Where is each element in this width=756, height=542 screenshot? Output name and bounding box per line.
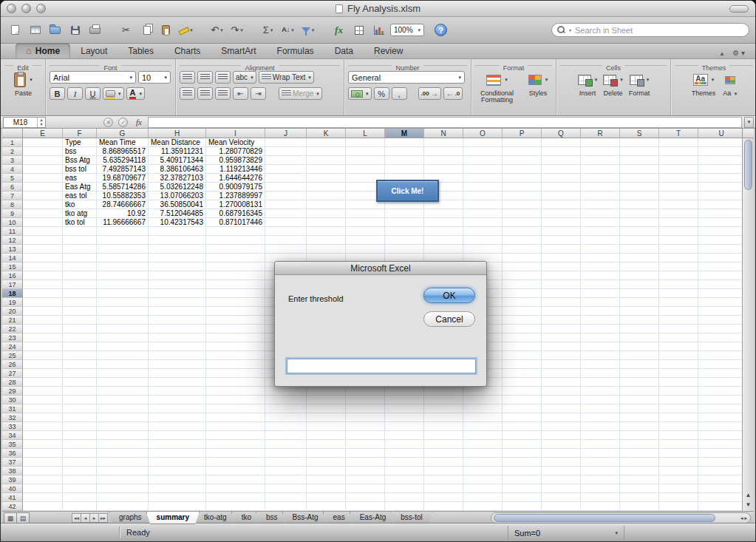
cell-G27[interactable]: [97, 369, 149, 378]
row-header-24[interactable]: 24: [2, 342, 23, 351]
cell-O12[interactable]: [463, 236, 503, 245]
cell-E15[interactable]: [23, 262, 63, 271]
cell-P32[interactable]: [503, 413, 542, 422]
row-header-2[interactable]: 2: [2, 147, 23, 156]
cell-R7[interactable]: [581, 192, 620, 200]
cell-G28[interactable]: [97, 378, 149, 387]
cell-H15[interactable]: [149, 262, 206, 271]
cell-H18[interactable]: [149, 289, 206, 298]
cell-Q30[interactable]: [542, 396, 581, 404]
cell-H34[interactable]: [149, 431, 206, 440]
cell-Q34[interactable]: [542, 431, 581, 440]
cell-R31[interactable]: [581, 404, 620, 413]
cell-I5[interactable]: 1.644644276: [206, 174, 265, 183]
cell-J40[interactable]: [265, 484, 307, 493]
cell-K36[interactable]: [307, 449, 346, 458]
cell-O35[interactable]: [463, 440, 503, 449]
cell-L10[interactable]: [346, 218, 385, 227]
cell-H24[interactable]: [149, 342, 206, 351]
cell-H17[interactable]: [149, 280, 206, 289]
cell-Q13[interactable]: [542, 245, 581, 254]
new-workbook-button[interactable]: [7, 21, 24, 40]
merge-button[interactable]: Merge▾: [279, 87, 322, 100]
row-header-10[interactable]: 10: [2, 218, 23, 227]
cell-R38[interactable]: [581, 467, 620, 475]
row-header-21[interactable]: 21: [2, 316, 23, 325]
cell-F22[interactable]: [63, 325, 97, 333]
ribbon-tab-formulas[interactable]: Formulas: [267, 44, 324, 58]
cell-G25[interactable]: [97, 351, 149, 360]
zoom-select[interactable]: 100%▾: [390, 24, 424, 36]
cell-I23[interactable]: [206, 333, 265, 342]
italic-button[interactable]: I: [67, 87, 83, 100]
cell-M36[interactable]: [385, 449, 424, 458]
cell-O3[interactable]: [463, 156, 503, 165]
cell-U20[interactable]: [698, 307, 743, 316]
toolbar-toggle-button[interactable]: [729, 5, 749, 13]
cell-G42[interactable]: [97, 502, 149, 511]
cell-S12[interactable]: [620, 236, 659, 245]
cell-Q14[interactable]: [542, 254, 581, 262]
cell-U32[interactable]: [698, 413, 743, 422]
cell-U25[interactable]: [698, 351, 743, 360]
cell-M35[interactable]: [385, 440, 424, 449]
cell-L33[interactable]: [346, 422, 385, 431]
cell-P22[interactable]: [503, 325, 542, 333]
cell-T33[interactable]: [659, 422, 698, 431]
cell-M38[interactable]: [385, 467, 424, 475]
cell-H1[interactable]: Mean Distance: [149, 138, 206, 147]
cell-K2[interactable]: [307, 147, 346, 156]
cell-S41[interactable]: [620, 493, 659, 502]
cell-T34[interactable]: [659, 431, 698, 440]
cell-T9[interactable]: [659, 209, 698, 218]
sheet-tab-summary[interactable]: summary: [146, 512, 200, 524]
cell-U21[interactable]: [698, 316, 743, 325]
insert-function-button[interactable]: fx: [330, 21, 347, 40]
cell-Q37[interactable]: [542, 458, 581, 467]
row-header-20[interactable]: 20: [2, 307, 23, 316]
cell-P30[interactable]: [503, 396, 542, 404]
cell-R15[interactable]: [581, 262, 620, 271]
increase-indent-button[interactable]: ⇥: [251, 87, 266, 100]
cell-U13[interactable]: [698, 245, 743, 254]
row-header-5[interactable]: 5: [2, 174, 23, 183]
cell-P19[interactable]: [503, 298, 542, 307]
cell-Q29[interactable]: [542, 387, 581, 396]
cell-F2[interactable]: bss: [63, 147, 97, 156]
cell-N12[interactable]: [424, 236, 463, 245]
cell-G39[interactable]: [97, 475, 149, 484]
cell-Q35[interactable]: [542, 440, 581, 449]
collapse-ribbon-icon[interactable]: [721, 45, 724, 58]
cell-H4[interactable]: 8.386106463: [149, 165, 206, 174]
cell-P31[interactable]: [503, 404, 542, 413]
cell-O10[interactable]: [463, 218, 503, 227]
ribbon-tab-smartart[interactable]: SmartArt: [211, 44, 266, 58]
cell-K9[interactable]: [307, 209, 346, 218]
cell-U1[interactable]: [698, 138, 743, 147]
row-header-16[interactable]: 16: [2, 271, 23, 280]
cell-I25[interactable]: [206, 351, 265, 360]
cell-F4[interactable]: bss tol: [63, 165, 97, 174]
cell-I8[interactable]: 1.270008131: [206, 200, 265, 209]
cell-L32[interactable]: [346, 413, 385, 422]
cell-S27[interactable]: [620, 369, 659, 378]
cell-T12[interactable]: [659, 236, 698, 245]
cell-P5[interactable]: [503, 174, 542, 183]
cell-H16[interactable]: [149, 271, 206, 280]
cell-G20[interactable]: [97, 307, 149, 316]
cell-S29[interactable]: [620, 387, 659, 396]
ribbon-tab-charts[interactable]: Charts: [164, 44, 211, 58]
cell-G38[interactable]: [97, 467, 149, 475]
cell-P20[interactable]: [503, 307, 542, 316]
cell-E10[interactable]: [23, 218, 63, 227]
cell-F10[interactable]: tko tol: [63, 218, 97, 227]
cell-P24[interactable]: [503, 342, 542, 351]
cell-G24[interactable]: [97, 342, 149, 351]
cell-K12[interactable]: [307, 236, 346, 245]
cell-L41[interactable]: [346, 493, 385, 502]
cell-J37[interactable]: [265, 458, 307, 467]
cell-E40[interactable]: [23, 484, 63, 493]
cell-M32[interactable]: [385, 413, 424, 422]
cell-I30[interactable]: [206, 396, 265, 404]
font-name-select[interactable]: Arial▾: [50, 71, 136, 84]
